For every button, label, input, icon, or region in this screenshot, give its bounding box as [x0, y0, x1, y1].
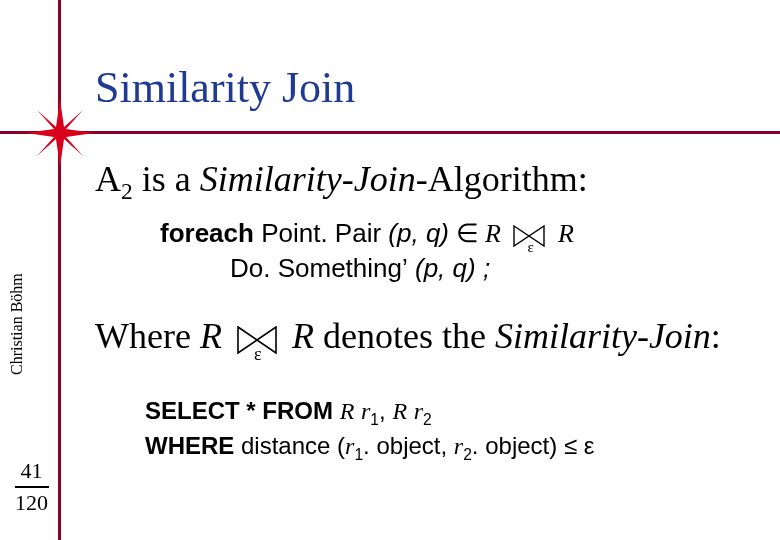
a2-sub: 2	[121, 178, 133, 204]
page-counter: 41 120	[12, 458, 51, 516]
sql-comma: ,	[379, 397, 392, 424]
obj2: . object	[472, 432, 549, 459]
join-icon: ε	[513, 225, 545, 247]
sql-r1: r	[361, 398, 370, 424]
page-total: 120	[12, 488, 51, 516]
r1a: r	[345, 433, 354, 459]
le: ≤	[557, 432, 584, 459]
star-burst-icon	[23, 96, 97, 170]
sql-line-1: SELECT * FROM R r1, R r2	[145, 395, 594, 430]
point-pair: Point. Pair	[254, 218, 388, 248]
where-word: Where	[95, 316, 200, 356]
r2a: r	[454, 433, 463, 459]
select-kw: SELECT * FROM	[145, 397, 340, 424]
a2-tail: -Algorithm:	[416, 159, 588, 199]
sql-sub2: 2	[423, 411, 432, 428]
join-eps: ε	[527, 239, 533, 256]
R-left: R	[485, 219, 501, 248]
where-R2: R	[292, 316, 314, 356]
page-current: 41	[15, 458, 49, 488]
sql-sub1: 1	[370, 411, 379, 428]
pq2: (p, q) ;	[408, 253, 490, 283]
R-right: R	[558, 219, 574, 248]
horizontal-rule	[0, 131, 780, 134]
vertical-rule	[58, 0, 61, 540]
do-something: Do. Something	[230, 253, 402, 283]
where-statement: Where R ε R denotes the Similarity-Join:	[95, 315, 721, 357]
join-icon: ε	[237, 326, 277, 354]
sql-line-2: WHERE distance (r1. object, r2. object) …	[145, 430, 594, 465]
a2-rest: is a	[133, 159, 200, 199]
slide-title: Similarity Join	[95, 62, 355, 113]
pseudocode: foreach Point. Pair (p, q) ∈ R ε R Do. S…	[160, 218, 574, 284]
where-R1: R	[200, 316, 222, 356]
author-label: Christian Böhm	[8, 273, 26, 375]
kw-foreach: foreach	[160, 218, 254, 248]
where-colon: :	[711, 316, 721, 356]
r1asub: 1	[354, 446, 363, 463]
obj1: . object	[363, 432, 440, 459]
where-rest: denotes the	[314, 316, 495, 356]
r2asub: 2	[463, 446, 472, 463]
eps: ε	[584, 432, 595, 459]
distance: distance (	[241, 432, 345, 459]
sql-r2: r	[414, 398, 423, 424]
a2-ital: Similarity-Join	[200, 159, 416, 199]
algorithm-statement: A2 is a Similarity-Join-Algorithm:	[95, 158, 588, 205]
sql-block: SELECT * FROM R r1, R r2 WHERE distance …	[145, 395, 594, 465]
join-eps: ε	[254, 344, 262, 365]
code-line-2: Do. Something’ (p, q) ;	[230, 253, 574, 284]
in-sym: ∈	[449, 219, 485, 248]
where-kw: WHERE	[145, 432, 241, 459]
pq: (p, q)	[388, 218, 449, 248]
where-ital: Similarity-Join	[495, 316, 711, 356]
a2-prefix: A	[95, 159, 121, 199]
code-line-1: foreach Point. Pair (p, q) ∈ R ε R	[160, 218, 574, 249]
comma2: ,	[440, 432, 453, 459]
sql-R2: R	[392, 398, 407, 424]
sql-R1: R	[340, 398, 355, 424]
